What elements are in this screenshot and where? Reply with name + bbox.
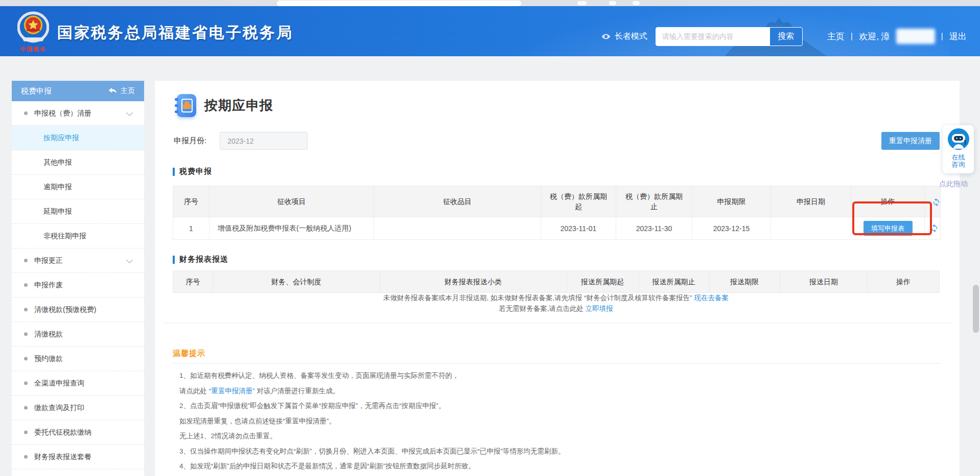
tax-section-title: 税费申报 <box>179 167 212 176</box>
chevron-down-icon <box>126 257 133 263</box>
filing-month-label: 申报月份: <box>174 136 206 146</box>
cell-refresh <box>925 217 941 240</box>
chevron-down-icon <box>126 109 133 116</box>
search-button[interactable]: 搜索 <box>769 28 802 46</box>
refresh-icon[interactable] <box>930 224 939 233</box>
sidebar-item-label: 委托代征税款缴纳 <box>34 428 91 437</box>
browser-dot <box>609 1 616 5</box>
sidebar-item-filing-correction[interactable]: 申报更正 <box>12 248 144 273</box>
sidebar-item-payment-query-print[interactable]: 缴款查询及打印 <box>12 396 144 420</box>
col-period-end: 税（费）款所属期止 <box>616 186 692 217</box>
refresh-icon[interactable] <box>932 198 941 207</box>
elder-mode-label: 长者模式 <box>615 31 647 42</box>
welcome-text: 欢迎, 漳 <box>859 31 890 42</box>
col-collection-item: 征收品目 <box>374 186 541 217</box>
cell-period-end: 2023-11-30 <box>616 217 692 240</box>
browser-dot <box>633 1 640 5</box>
table-header-row: 序号 征收项目 征收品目 税（费）款所属期起 税（费）款所属期止 申报期限 申报… <box>173 186 941 217</box>
bullet-icon <box>24 455 28 459</box>
reply-arrow-icon <box>108 87 117 95</box>
sidebar-item-pay-tax-prepaid[interactable]: 清缴税款(预缴税费) <box>12 298 144 322</box>
reset-declaration-register-button[interactable]: 重置申报清册 <box>881 132 940 150</box>
sidebar-item-periodic-filing[interactable]: 按期应申报 <box>12 126 144 150</box>
bullet-icon <box>24 406 28 410</box>
nav-separator: | <box>851 31 853 41</box>
browser-strip <box>0 0 980 6</box>
brand-caption: 中国税务 <box>15 46 51 53</box>
cell-deadline: 2023-12-15 <box>692 217 771 240</box>
app-header: 中国税务 国家税务总局福建省电子税务局 长者模式 搜索 主页 | 欢迎, 漳 |… <box>0 6 980 56</box>
sidebar-item-label: 按期应申报 <box>43 133 79 143</box>
bullet-icon <box>24 430 28 434</box>
sidebar: 税费申报 主页 申报税（费）清册 按期应申报 其他申报 逾期申报 延期申报 非税… <box>12 81 144 476</box>
col-report-subtype: 财务报表报送小类 <box>380 271 567 293</box>
sidebar-item-label: 缴款查询及打印 <box>34 403 84 413</box>
sidebar-item-declare-register[interactable]: 申报税（费）清册 <box>12 101 144 126</box>
bullet-icon <box>24 332 28 336</box>
tip-line-6: 3、仅当操作期间申报状态有变化时点“刷新”，切换月份、刚进入本页面、申报完成后本… <box>179 444 944 459</box>
sidebar-item-filing-void[interactable]: 申报作废 <box>12 273 144 298</box>
nav-home-link[interactable]: 主页 <box>827 31 845 42</box>
sidebar-item-label: 申报作废 <box>34 281 63 290</box>
tips-title: 温馨提示 <box>173 349 205 358</box>
col-submit-date: 报送日期 <box>780 271 868 293</box>
robot-icon <box>947 128 970 150</box>
sidebar-item-financial-report-package[interactable]: 财务报表报送套餐 <box>12 445 144 469</box>
sidebar-item-reserve-payment[interactable]: 预约缴款 <box>12 347 144 371</box>
tip-line-7: 4、如发现“刷新”后的申报日期和状态不是最新情况，通常是因“刷新”按钮所查数据同… <box>179 459 944 474</box>
go-to-record-link[interactable]: 现在去备案 <box>694 294 729 302</box>
fill-now-link[interactable]: 立即填报 <box>586 305 613 312</box>
notebook-icon <box>177 94 196 117</box>
elder-mode-toggle[interactable]: 长者模式 <box>601 31 647 42</box>
sidebar-item-label: 申报更正 <box>34 256 63 265</box>
sidebar-item-label: 非税往期申报 <box>43 232 86 241</box>
sidebar-item-label: 逾期申报 <box>43 183 72 192</box>
sidebar-item-overdue-filing[interactable]: 逾期申报 <box>12 175 144 199</box>
filing-month-input[interactable] <box>220 132 308 150</box>
cell-seq: 1 <box>173 217 209 240</box>
bullet-icon <box>24 381 28 385</box>
col-seq: 序号 <box>173 271 213 293</box>
sidebar-item-label: 其他申报 <box>43 158 72 167</box>
sidebar-item-label: 申报税（费）清册 <box>34 109 91 118</box>
col-refresh <box>925 186 941 217</box>
sidebar-item-omnichannel-query[interactable]: 全渠道申报查询 <box>12 371 144 396</box>
sidebar-item-deferred-filing[interactable]: 延期申报 <box>12 199 144 224</box>
cell-filing-date <box>771 217 851 240</box>
sidebar-item-label: 清缴税款 <box>34 330 63 339</box>
table-header-row: 序号 财务、会计制度 财务报表报送小类 报送所属期起 报送所属期止 报送期限 报… <box>173 271 940 293</box>
sidebar-item-entrusted-collection[interactable]: 委托代征税款缴纳 <box>12 420 144 445</box>
tips-block: 1、如近期有税费种认定、纳税人资格、备案等发生变动，页面展现清册与实际所需不符的… <box>179 368 944 474</box>
col-action: 操作 <box>868 271 940 293</box>
search-input[interactable] <box>656 28 769 46</box>
col-action: 操作 <box>851 186 925 217</box>
fill-declaration-form-button[interactable]: 填写申报表 <box>864 221 913 236</box>
bullet-icon <box>24 259 28 262</box>
tip-line-3: 2、点击页眉“申报缴税”即会触发下属首个菜单“按期应申报”，无需再点击“按期应申… <box>179 398 944 414</box>
bullet-icon <box>24 308 28 311</box>
drag-hint-label[interactable]: 点此拖动 <box>939 179 968 189</box>
sidebar-item-label: 清缴税款(预缴税费) <box>34 305 96 314</box>
sidebar-home-button[interactable]: 主页 <box>108 86 135 96</box>
nav-separator: | <box>941 31 943 41</box>
tip-text: 请点此处 <box>179 387 207 395</box>
page-title: 按期应申报 <box>204 97 273 115</box>
sidebar-item-other-filing[interactable]: 其他申报 <box>12 150 144 175</box>
online-consult-widget[interactable]: 在线 咨询 <box>943 125 974 173</box>
cell-collection-item <box>374 217 541 240</box>
logout-link[interactable]: 退出 <box>949 31 967 42</box>
bullet-icon <box>24 357 28 360</box>
eye-icon <box>601 33 611 40</box>
scrollbar-thumb[interactable] <box>973 285 979 333</box>
redacted-username <box>896 29 935 44</box>
sidebar-item-label: 延期申报 <box>43 207 72 216</box>
panel-divider <box>163 323 951 323</box>
sidebar-item-pay-tax[interactable]: 清缴税款 <box>12 322 144 347</box>
sidebar-item-label: 全渠道申报查询 <box>34 379 84 388</box>
reset-register-link[interactable]: “重置申报清册” <box>209 387 255 395</box>
cell-action: 填写申报表 <box>851 217 925 240</box>
national-emblem-icon <box>17 11 49 43</box>
sidebar-item-nontax-past-filing[interactable]: 非税往期申报 <box>12 224 144 248</box>
section-bar <box>173 168 175 176</box>
table-row: 1 增值税及附加税费申报表(一般纳税人适用) 2023-11-01 2023-1… <box>173 217 941 240</box>
